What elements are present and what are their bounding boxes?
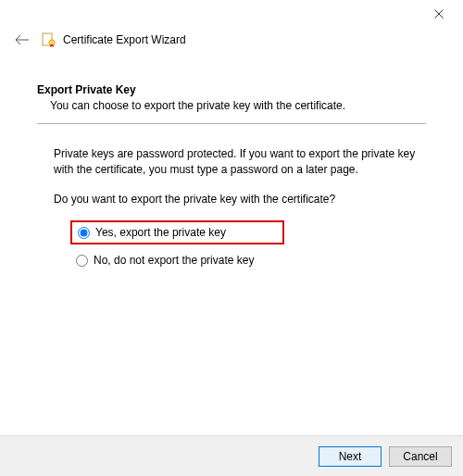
radio-yes-label[interactable]: Yes, export the private key xyxy=(95,226,226,239)
cancel-button[interactable]: Cancel xyxy=(389,446,452,467)
certificate-icon xyxy=(41,32,56,47)
radio-yes-input[interactable] xyxy=(78,227,90,239)
footer-bar: Next Cancel xyxy=(0,435,463,476)
wizard-header: Certificate Export Wizard xyxy=(0,28,463,52)
back-arrow-icon xyxy=(16,35,29,44)
radio-option-no[interactable]: No, do not export the private key xyxy=(70,248,426,272)
section-subtitle: You can choose to export the private key… xyxy=(37,99,426,112)
wizard-title: Certificate Export Wizard xyxy=(63,33,186,46)
radio-no-input[interactable] xyxy=(76,255,88,267)
close-button[interactable] xyxy=(422,4,456,24)
section-title: Export Private Key xyxy=(37,83,426,96)
close-icon xyxy=(434,9,444,19)
content-area: Export Private Key You can choose to exp… xyxy=(0,52,463,272)
next-button[interactable]: Next xyxy=(319,446,382,467)
intro-text: Private keys are password protected. If … xyxy=(37,146,426,179)
divider xyxy=(37,123,426,124)
titlebar xyxy=(0,0,463,28)
export-key-radio-group: Yes, export the private key No, do not e… xyxy=(37,220,426,272)
back-button[interactable] xyxy=(15,32,30,47)
radio-no-label[interactable]: No, do not export the private key xyxy=(94,254,254,267)
radio-option-yes[interactable]: Yes, export the private key xyxy=(70,220,284,244)
question-text: Do you want to export the private key wi… xyxy=(37,192,426,207)
